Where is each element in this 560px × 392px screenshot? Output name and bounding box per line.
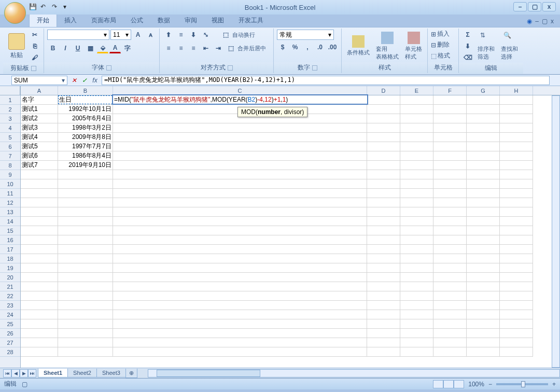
cell-E25[interactable]	[400, 319, 433, 329]
page-break-view-button[interactable]	[454, 380, 464, 388]
cell-E15[interactable]	[400, 226, 433, 235]
cell-A19[interactable]	[21, 263, 58, 273]
cell-D24[interactable]	[367, 310, 400, 319]
cell-A7[interactable]: 测试6	[21, 151, 58, 161]
cell-G11[interactable]	[467, 189, 500, 198]
clear-button[interactable]: ⌫	[462, 52, 473, 63]
cell-F23[interactable]	[433, 301, 467, 310]
cell-E21[interactable]	[400, 282, 433, 291]
cell-A12[interactable]	[21, 198, 58, 207]
cell-G2[interactable]	[467, 105, 500, 114]
office-button[interactable]	[4, 2, 26, 24]
fill-button[interactable]: ⬇	[462, 41, 473, 51]
cell-A8[interactable]: 测试7	[21, 161, 58, 170]
cell-D3[interactable]	[367, 114, 400, 123]
last-sheet-button[interactable]: ⏭	[28, 369, 36, 377]
cell-H23[interactable]	[500, 301, 533, 310]
cell-D23[interactable]	[367, 301, 400, 310]
row-header-28[interactable]: 28	[0, 347, 20, 357]
tab-视图[interactable]: 视图	[204, 14, 231, 27]
format-table-button[interactable]: 套用 表格格式	[374, 30, 401, 62]
first-sheet-button[interactable]: ⏮	[3, 369, 11, 377]
cell-E5[interactable]	[400, 133, 433, 142]
cell-A2[interactable]: 测试1	[21, 105, 58, 114]
cell-B2[interactable]: 1992年10月1日	[58, 105, 113, 114]
cell-F3[interactable]	[433, 114, 467, 123]
cell-B7[interactable]: 1986年8月4日	[58, 151, 113, 161]
cell-styles-button[interactable]: 单元格 样式	[403, 30, 424, 62]
cell-D10[interactable]	[367, 179, 400, 189]
tab-审阅[interactable]: 审阅	[177, 14, 204, 27]
cell-C13[interactable]	[113, 207, 367, 217]
cell-F14[interactable]	[433, 217, 467, 226]
cell-E3[interactable]	[400, 114, 433, 123]
col-header-B[interactable]: B	[58, 86, 113, 95]
cell-C6[interactable]	[113, 142, 367, 151]
cell-E23[interactable]	[400, 301, 433, 310]
cell-E26[interactable]	[400, 329, 433, 338]
row-header-27[interactable]: 27	[0, 338, 20, 347]
tab-公式[interactable]: 公式	[123, 14, 150, 27]
cell-D15[interactable]	[367, 226, 400, 235]
cell-H2[interactable]	[500, 105, 533, 114]
cell-C12[interactable]	[113, 198, 367, 207]
cell-A16[interactable]	[21, 235, 58, 245]
cell-D26[interactable]	[367, 329, 400, 338]
doc-restore-icon[interactable]: ▢	[542, 18, 548, 25]
cell-D6[interactable]	[367, 142, 400, 151]
row-header-24[interactable]: 24	[0, 310, 20, 319]
tab-数据[interactable]: 数据	[150, 14, 177, 27]
cell-G24[interactable]	[467, 310, 500, 319]
cell-G15[interactable]	[467, 226, 500, 235]
row-header-26[interactable]: 26	[0, 329, 20, 338]
row-header-11[interactable]: 11	[0, 189, 20, 198]
cell-C11[interactable]	[113, 189, 367, 198]
cell-F4[interactable]	[433, 123, 467, 133]
cell-H24[interactable]	[500, 310, 533, 319]
cell-G23[interactable]	[467, 301, 500, 310]
cell-G9[interactable]	[467, 170, 500, 179]
cell-C18[interactable]	[113, 254, 367, 263]
cell-C15[interactable]	[113, 226, 367, 235]
cell-A28[interactable]	[21, 347, 58, 357]
cell-D21[interactable]	[367, 282, 400, 291]
formula-bar[interactable]: =MID("鼠牛虎兔龙蛇马羊猴鸡狗猪",MOD(YEAR(B2)-4,12)+1…	[102, 76, 550, 85]
cell-F2[interactable]	[433, 105, 467, 114]
cell-E7[interactable]	[400, 151, 433, 161]
conditional-format-button[interactable]: 条件格式	[345, 30, 372, 62]
cell-F16[interactable]	[433, 235, 467, 245]
cell-H11[interactable]	[500, 189, 533, 198]
cell-D22[interactable]	[367, 291, 400, 301]
cell-A21[interactable]	[21, 282, 58, 291]
cut-button[interactable]: ✂	[29, 30, 40, 40]
currency-button[interactable]: $	[277, 42, 288, 52]
row-header-12[interactable]: 12	[0, 198, 20, 207]
cell-B21[interactable]	[58, 282, 113, 291]
cell-G19[interactable]	[467, 263, 500, 273]
percent-button[interactable]: %	[289, 42, 301, 52]
cell-H15[interactable]	[500, 226, 533, 235]
tab-开始[interactable]: 开始	[29, 13, 57, 27]
doc-close-icon[interactable]: x	[551, 18, 554, 25]
cell-E12[interactable]	[400, 198, 433, 207]
minimize-button[interactable]: –	[513, 2, 527, 11]
cell-B13[interactable]	[58, 207, 113, 217]
cell-E14[interactable]	[400, 217, 433, 226]
cell-H26[interactable]	[500, 329, 533, 338]
cell-A17[interactable]	[21, 245, 58, 254]
cell-B10[interactable]	[58, 179, 113, 189]
cell-A11[interactable]	[21, 189, 58, 198]
cell-A9[interactable]	[21, 170, 58, 179]
cell-E28[interactable]	[400, 347, 433, 357]
cell-C27[interactable]	[113, 338, 367, 347]
wrap-text-button[interactable]: ⬚	[220, 30, 231, 40]
cell-G22[interactable]	[467, 291, 500, 301]
cell-F1[interactable]	[433, 95, 467, 105]
row-header-9[interactable]: 9	[0, 170, 20, 179]
cell-B8[interactable]: 2019年9月10日	[58, 161, 113, 170]
increase-decimal-button[interactable]: .0	[314, 42, 326, 52]
row-header-21[interactable]: 21	[0, 282, 20, 291]
font-color-button[interactable]: A	[109, 43, 121, 53]
autosum-button[interactable]: Σ	[462, 30, 473, 40]
font-name-dropdown[interactable]: ▾	[47, 30, 109, 40]
